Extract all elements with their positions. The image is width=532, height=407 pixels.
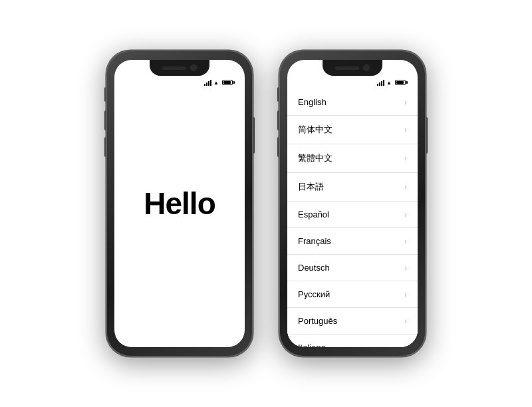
status-icons-right: ▲: [377, 80, 406, 86]
status-bar-left: ▲: [114, 76, 245, 89]
signal-icon-right: [377, 80, 384, 86]
language-item-zh-hant[interactable]: 繁體中文 ›: [287, 144, 418, 173]
hello-text: Hello: [144, 186, 215, 221]
signal-bar-r3: [381, 81, 382, 86]
battery-fill-left: [223, 81, 231, 84]
vol-down-right: [277, 137, 279, 157]
signal-bar-3: [208, 81, 209, 86]
left-phone: ▲ Hello: [106, 51, 253, 356]
status-icons-left: ▲: [204, 80, 233, 86]
language-item-ja[interactable]: 日本語 ›: [287, 173, 418, 202]
vol-up-button: [104, 110, 106, 130]
language-item-en[interactable]: English ›: [287, 89, 418, 116]
right-phone-screen: ▲ English › 简体中文 › 繁體中文 ›: [287, 60, 418, 347]
language-name-fr: Français: [298, 236, 331, 246]
language-name-en: English: [298, 97, 327, 107]
status-bar-right: ▲: [287, 76, 418, 89]
language-item-it[interactable]: Italiano ›: [287, 335, 418, 347]
language-name-zh-hans: 简体中文: [298, 124, 332, 136]
chevron-es: ›: [404, 210, 407, 219]
language-name-pt: Português: [298, 316, 337, 326]
language-item-ru[interactable]: Русский ›: [287, 281, 418, 308]
language-item-es[interactable]: Español ›: [287, 202, 418, 228]
speaker-left: [162, 67, 186, 70]
left-phone-screen: ▲ Hello: [114, 60, 245, 347]
power-button-right: [426, 117, 428, 154]
notch-left: [150, 60, 209, 76]
language-name-de: Deutsch: [298, 263, 330, 273]
chevron-it: ›: [404, 343, 407, 348]
chevron-en: ›: [404, 98, 407, 107]
power-button: [253, 117, 255, 154]
camera-left: [190, 65, 197, 71]
speaker-right: [335, 67, 359, 70]
battery-icon-left: [222, 80, 233, 85]
language-item-pt[interactable]: Português ›: [287, 308, 418, 335]
language-item-fr[interactable]: Français ›: [287, 228, 418, 255]
chevron-ru: ›: [404, 290, 407, 299]
chevron-de: ›: [404, 263, 407, 273]
language-name-es: Español: [298, 209, 329, 219]
signal-bar-4: [210, 80, 211, 86]
battery-icon-right: [395, 80, 406, 85]
language-name-ru: Русский: [298, 289, 330, 299]
language-name-ja: 日本語: [298, 181, 324, 193]
vol-up-right: [277, 110, 279, 130]
signal-bar-1: [204, 84, 205, 86]
signal-bar-r2: [379, 82, 380, 86]
hello-screen: Hello: [114, 60, 245, 347]
language-item-de[interactable]: Deutsch ›: [287, 255, 418, 281]
signal-icon-left: [204, 80, 211, 86]
language-name-zh-hant: 繁體中文: [298, 152, 332, 164]
chevron-zh-hant: ›: [404, 154, 407, 163]
wifi-icon-right: ▲: [386, 80, 392, 86]
language-item-zh-hans[interactable]: 简体中文 ›: [287, 116, 418, 144]
chevron-fr: ›: [404, 237, 407, 246]
signal-bar-r4: [383, 80, 384, 86]
vol-down-button: [104, 137, 106, 157]
chevron-zh-hans: ›: [404, 125, 407, 134]
silent-switch: [104, 87, 106, 102]
silent-switch-right: [277, 87, 279, 102]
language-name-it: Italiano: [298, 342, 326, 347]
signal-bar-r1: [377, 84, 378, 86]
notch-right: [323, 60, 382, 76]
chevron-ja: ›: [404, 182, 407, 192]
right-phone: ▲ English › 简体中文 › 繁體中文 ›: [279, 51, 426, 356]
camera-right: [363, 65, 370, 71]
signal-bar-2: [206, 82, 207, 86]
language-list: English › 简体中文 › 繁體中文 › 日本語 › Español: [287, 89, 418, 347]
chevron-pt: ›: [404, 317, 407, 326]
language-screen: English › 简体中文 › 繁體中文 › 日本語 › Español: [287, 89, 418, 347]
battery-fill-right: [396, 81, 404, 84]
wifi-icon-left: ▲: [213, 80, 219, 86]
